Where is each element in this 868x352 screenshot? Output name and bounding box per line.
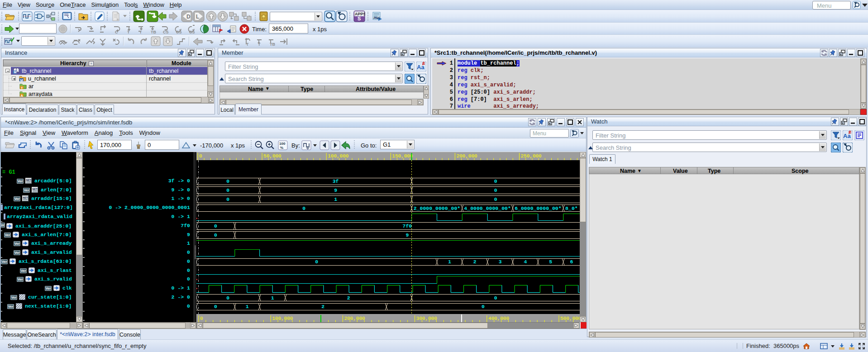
svg-text:1: 1 xyxy=(271,295,274,301)
svg-text:2: 2 xyxy=(321,304,324,309)
svg-text:150,000: 150,000 xyxy=(392,153,413,159)
svg-text:M: M xyxy=(20,78,23,81)
svg-text:NET: NET xyxy=(23,196,29,199)
svg-text:4: 4 xyxy=(524,259,527,265)
svg-text:NET: NET xyxy=(26,179,32,181)
svg-text:CS: CS xyxy=(176,30,182,34)
svg-text:6_0000_0000_00*: 6_0000_0000_00* xyxy=(515,205,562,211)
svg-text:2_0000_0000_00*: 2_0000_0000_00* xyxy=(414,205,461,211)
svg-text:0: 0 xyxy=(199,153,202,159)
svg-text:D: D xyxy=(186,14,191,20)
svg-text:0: 0 xyxy=(214,232,217,238)
svg-text:0: 0 xyxy=(226,178,229,184)
svg-text:A: A xyxy=(21,93,24,97)
svg-text:0: 0 xyxy=(226,196,229,202)
svg-text:4_0000_0000_00*: 4_0000_0000_00* xyxy=(464,205,511,211)
svg-text:%: % xyxy=(280,146,283,150)
svg-text:0: 0 xyxy=(315,259,318,265)
svg-text:T: T xyxy=(246,42,249,46)
svg-text:0: 0 xyxy=(494,187,497,193)
svg-text:CS: CS xyxy=(189,30,195,34)
svg-text:100: 100 xyxy=(279,142,286,146)
svg-text:C: C xyxy=(115,30,118,34)
svg-text:CS: CS xyxy=(163,30,169,34)
svg-text:T: T xyxy=(21,86,23,89)
svg-text:Aa: Aa xyxy=(417,64,424,71)
svg-text:250,000: 250,000 xyxy=(521,153,542,159)
svg-text:T: T xyxy=(258,42,261,46)
svg-text:3f: 3f xyxy=(333,178,339,184)
svg-text:TB: TB xyxy=(151,30,156,34)
svg-text:9: 9 xyxy=(334,187,337,193)
svg-text:500,000: 500,000 xyxy=(560,316,580,321)
svg-text:0: 0 xyxy=(494,178,497,184)
svg-text:0: 0 xyxy=(214,304,217,309)
svg-text:50,000: 50,000 xyxy=(263,153,281,159)
svg-text:T: T xyxy=(127,30,130,34)
svg-text:L: L xyxy=(196,14,199,20)
svg-text:8_0*: 8_0* xyxy=(565,205,578,211)
svg-text:3: 3 xyxy=(499,259,502,265)
svg-text:1: 1 xyxy=(246,304,249,309)
svg-text:200,000: 200,000 xyxy=(456,153,477,159)
svg-text:0: 0 xyxy=(226,187,229,193)
svg-text:2: 2 xyxy=(473,259,477,265)
svg-text:300,000: 300,000 xyxy=(416,316,437,321)
svg-text:1: 1 xyxy=(334,196,337,202)
svg-text:100,000: 100,000 xyxy=(328,153,348,159)
svg-text:TB: TB xyxy=(270,42,275,46)
svg-text:2: 2 xyxy=(347,295,350,301)
svg-text:T: T xyxy=(139,30,142,34)
svg-text:200,000: 200,000 xyxy=(344,316,365,321)
svg-text:S: S xyxy=(358,16,361,21)
svg-text:Aa: Aa xyxy=(843,133,851,139)
svg-text:5: 5 xyxy=(549,259,552,265)
svg-text:0: 0 xyxy=(302,205,305,211)
svg-text:1: 1 xyxy=(448,259,451,265)
svg-text:9: 9 xyxy=(405,232,409,238)
svg-text:0: 0 xyxy=(494,196,497,202)
svg-text:NET: NET xyxy=(33,188,38,190)
svg-text:M: M xyxy=(14,71,17,74)
svg-text:7f0: 7f0 xyxy=(403,223,412,229)
svg-text:0: 0 xyxy=(214,223,217,229)
svg-text:0: 0 xyxy=(200,316,203,321)
svg-text:0: 0 xyxy=(494,295,497,301)
svg-text:400,000: 400,000 xyxy=(488,316,509,321)
svg-text:100,000: 100,000 xyxy=(272,316,293,321)
svg-text:AMS: AMS xyxy=(373,16,381,19)
svg-text:0: 0 xyxy=(226,295,229,301)
svg-text:6: 6 xyxy=(570,259,573,265)
svg-text:0: 0 xyxy=(482,304,485,309)
